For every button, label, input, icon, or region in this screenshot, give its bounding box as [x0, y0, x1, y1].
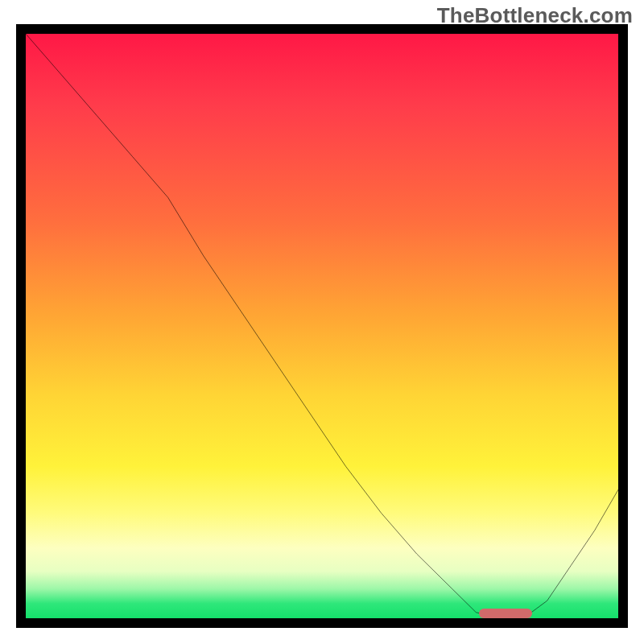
- watermark-text: TheBottleneck.com: [437, 3, 633, 28]
- bottleneck-curve: [26, 34, 618, 618]
- plot-area: [16, 24, 628, 628]
- chart-frame: TheBottleneck.com: [0, 0, 644, 644]
- optimal-marker: [479, 609, 532, 618]
- curve-svg: [26, 34, 618, 618]
